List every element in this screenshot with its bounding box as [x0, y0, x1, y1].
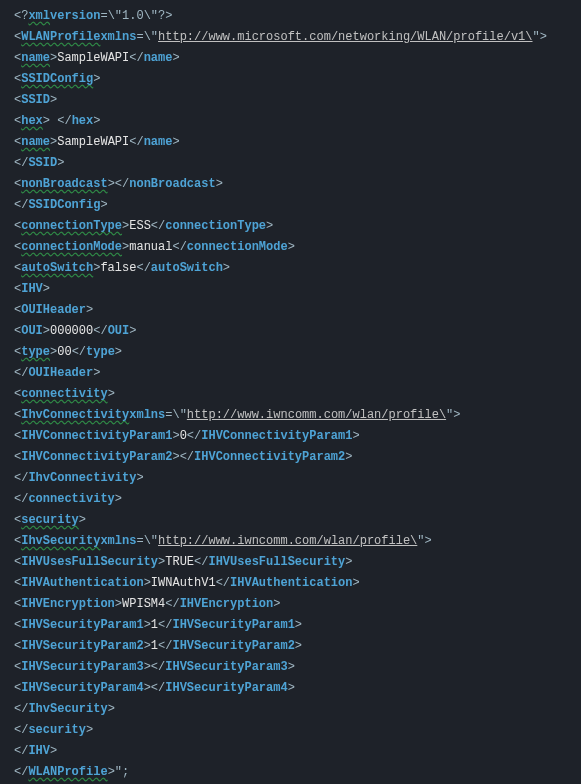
code-line: <IHV>	[14, 279, 577, 300]
code-line: <IHVConnectivityParam1>0</IHVConnectivit…	[14, 426, 577, 447]
code-line: <SSID>	[14, 90, 577, 111]
code-line: </SSID>	[14, 153, 577, 174]
code-line: <OUI>000000</OUI>	[14, 321, 577, 342]
code-line: <SSIDConfig>	[14, 69, 577, 90]
code-line: </WLANProfile>";	[14, 762, 577, 783]
code-line: <IhvSecurityxmlns=\"http://www.iwncomm.c…	[14, 531, 577, 552]
code-line: <hex> </hex>	[14, 111, 577, 132]
code-line: </SSIDConfig>	[14, 195, 577, 216]
code-line: <security>	[14, 510, 577, 531]
code-line: </OUIHeader>	[14, 363, 577, 384]
code-line: <name>SampleWAPI</name>	[14, 48, 577, 69]
code-line: <IHVEncryption>WPISM4</IHVEncryption>	[14, 594, 577, 615]
code-line: <connectionMode>manual</connectionMode>	[14, 237, 577, 258]
code-line: <IHVSecurityParam2>1</IHVSecurityParam2>	[14, 636, 577, 657]
code-line: <WLANProfilexmlns=\"http://www.microsoft…	[14, 27, 577, 48]
code-line: </security>	[14, 720, 577, 741]
code-line: <?xmlversion=\"1.0\"?>	[14, 6, 577, 27]
code-line: <IHVSecurityParam1>1</IHVSecurityParam1>	[14, 615, 577, 636]
code-line: <IHVConnectivityParam2></IHVConnectivity…	[14, 447, 577, 468]
code-line: <nonBroadcast></nonBroadcast>	[14, 174, 577, 195]
code-block: <?xmlversion=\"1.0\"?> <WLANProfilexmlns…	[0, 0, 581, 784]
code-line: </IhvConnectivity>	[14, 468, 577, 489]
code-line: <name>SampleWAPI</name>	[14, 132, 577, 153]
code-line: <connectionType>ESS</connectionType>	[14, 216, 577, 237]
code-line: <IHVUsesFullSecurity>TRUE</IHVUsesFullSe…	[14, 552, 577, 573]
code-line: </connectivity>	[14, 489, 577, 510]
code-line: <autoSwitch>false</autoSwitch>	[14, 258, 577, 279]
code-line: <IHVAuthentication>IWNAuthV1</IHVAuthent…	[14, 573, 577, 594]
code-line: <IhvConnectivityxmlns=\"http://www.iwnco…	[14, 405, 577, 426]
code-line: <IHVSecurityParam3></IHVSecurityParam3>	[14, 657, 577, 678]
code-line: </IHV>	[14, 741, 577, 762]
code-line: <IHVSecurityParam4></IHVSecurityParam4>	[14, 678, 577, 699]
code-line: <type>00</type>	[14, 342, 577, 363]
code-line: </IhvSecurity>	[14, 699, 577, 720]
code-line: <OUIHeader>	[14, 300, 577, 321]
code-line: <connectivity>	[14, 384, 577, 405]
